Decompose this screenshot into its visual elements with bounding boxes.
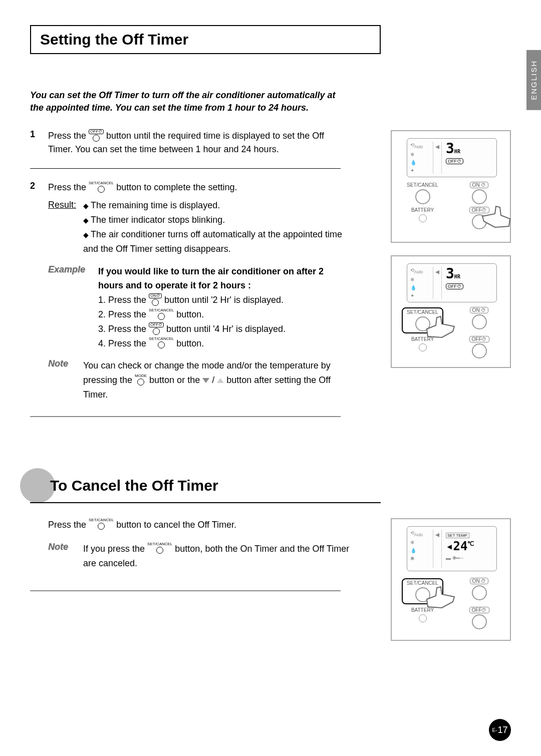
note-1: Note You can check or change the mode an… <box>48 358 351 402</box>
intro-text: You can set the Off Timer to turn off th… <box>30 89 341 114</box>
ex-l4btn: SET/CANCEL <box>149 337 174 341</box>
ex-l3b: button until '4 Hr' is displayed. <box>166 324 286 334</box>
on-timer-button-icon: ON⏱ <box>149 293 162 306</box>
remote-set-cancel-highlighted-2: SET/CANCEL <box>402 578 443 604</box>
lcd-set-temp-label: SET TEMP. <box>446 533 469 538</box>
ex-l1b: button until '2 Hr' is displayed. <box>164 295 284 305</box>
step-2-body: Press the SET/CANCEL button to complete … <box>48 181 351 256</box>
page-title: Setting the Off Timer <box>40 31 371 48</box>
example-bold: If you would like to turn the air condit… <box>98 266 324 291</box>
divider <box>30 168 341 169</box>
mode-button-icon: MODE <box>135 374 147 386</box>
off-timer-label: OFF⏱ <box>89 129 104 134</box>
step-1-body: Press the OFF⏱ button until the required… <box>48 129 351 156</box>
remote-lcd-2: ⟲Auto ❄💧✦ ◂ 3HR OFF⏱ <box>407 263 497 302</box>
set-cancel-button-icon-2: SET/CANCEL <box>149 308 174 320</box>
divider-thick <box>30 416 341 417</box>
note-2: Note If you press the SET/CANCEL button,… <box>48 542 351 571</box>
ex-l1a: 1. Press the <box>98 295 149 305</box>
remote-illustration-1: ⟲Auto ❄ 💧 ✦ ◂ 3HR OFF⏱ SET/CANCEL ON ⏱ B… <box>391 130 511 243</box>
step-2-text-a: Press the <box>48 182 89 192</box>
set-cancel-button-icon-4: SET/CANCEL <box>89 518 114 530</box>
step-2: 2 Press the SET/CANCEL button to complet… <box>30 181 351 256</box>
lcd-hours-2: 3 <box>446 265 454 282</box>
note-2-label: Note <box>48 542 78 571</box>
remote-on-button: ON ⏱ <box>458 182 500 204</box>
cancel-a: Press the <box>48 520 89 530</box>
ex-l4a: 4. Press the <box>98 338 149 348</box>
remote-off-button: OFF⏱ <box>458 207 500 229</box>
temp-down-icon <box>202 378 209 383</box>
divider-thick-2 <box>30 590 341 591</box>
lcd-fan-icons: ▬ ❃▪▪▫▫ <box>446 555 493 561</box>
result-label: Result: <box>48 198 76 256</box>
example-label: Example <box>48 264 93 351</box>
language-tab: ENGLISH <box>526 50 541 110</box>
cool-icon: ❄ <box>410 151 433 158</box>
title-box: Setting the Off Timer <box>30 25 381 54</box>
step-2-text-b: button to complete the setting. <box>116 182 237 192</box>
ex-l3btn: OFF⏱ <box>149 322 164 327</box>
mode-label: MODE <box>135 374 147 378</box>
remote-lcd: ⟲Auto ❄ 💧 ✦ ◂ 3HR OFF⏱ <box>407 138 497 177</box>
note2-a: If you press the <box>83 544 147 554</box>
cancel-btn-label: SET/CANCEL <box>89 518 114 522</box>
lcd-arrow-icon: ◂ <box>433 142 442 174</box>
cancel-instruction: Press the SET/CANCEL button to cancel th… <box>48 518 351 532</box>
cancel-b: button to cancel the Off Timer. <box>116 520 236 530</box>
lcd-hours: 3 <box>446 140 454 157</box>
note1-b: button or the <box>149 375 202 385</box>
remote-battery-label: BATTERY <box>402 207 443 229</box>
result-1: The remaining time is displayed. <box>91 200 220 210</box>
ex-l1btn: ON⏱ <box>149 293 162 298</box>
ex-l2btn: SET/CANCEL <box>149 308 174 312</box>
set-cancel-button-icon: SET/CANCEL <box>89 181 114 193</box>
remote-lcd-3: ⟲Auto ❄💧❃ ◂ SET TEMP. ◂24℃ ▬ ❃▪▪▫▫ <box>407 526 497 571</box>
ex-l4b: button. <box>176 338 204 348</box>
ex-l3a: 3. Press the <box>98 324 149 334</box>
remote-set-cancel-button: SET/CANCEL <box>402 182 443 204</box>
step-1-text-a: Press the <box>48 131 89 141</box>
set-cancel-button-icon-5: SET/CANCEL <box>147 542 172 554</box>
page-number: E-17 <box>489 719 511 741</box>
example-block: Example If you would like to turn the ai… <box>48 264 351 351</box>
result-list: ◆The remaining time is displayed. ◆The t… <box>83 198 351 256</box>
ex-l2a: 2. Press the <box>98 309 149 319</box>
remote-set-cancel-highlighted: SET/CANCEL <box>402 307 443 333</box>
off-timer-button-icon: OFF⏱ <box>89 129 104 142</box>
fan-icon: ✦ <box>410 167 433 174</box>
step-1-number: 1 <box>30 129 39 156</box>
section-2-title: To Cancel the Off Timer <box>30 477 381 503</box>
result-2: The timer indicator stops blinking. <box>91 215 225 225</box>
note-2-body: If you press the SET/CANCEL button, both… <box>83 542 351 571</box>
remote-illustration-2: ⟲Auto ❄💧✦ ◂ 3HR OFF⏱ SET/CANCEL ON ⏱ BAT… <box>391 255 511 368</box>
example-body: If you would like to turn the air condit… <box>98 264 351 351</box>
step-1: 1 Press the OFF⏱ button until the requir… <box>30 129 351 156</box>
step-2-number: 2 <box>30 181 39 256</box>
note-1-body: You can check or change the mode and/or … <box>83 358 351 402</box>
off-timer-button-icon-2: OFF⏱ <box>149 322 164 335</box>
set-cancel-button-icon-3: SET/CANCEL <box>149 337 174 348</box>
dry-icon: 💧 <box>410 159 433 166</box>
note2-btn: SET/CANCEL <box>147 542 172 546</box>
lcd-off-indicator: OFF⏱ <box>446 158 463 164</box>
result-3: The air conditioner turns off automatica… <box>83 229 342 254</box>
temp-up-icon <box>217 378 224 383</box>
note-1-label: Note <box>48 358 78 402</box>
lcd-temp-value: 24 <box>453 539 467 553</box>
set-cancel-label: SET/CANCEL <box>89 181 114 185</box>
ex-l2b: button. <box>176 309 204 319</box>
section-cancel: To Cancel the Off Timer Press the SET/CA… <box>30 477 351 592</box>
lcd-hr-unit: HR <box>454 149 460 154</box>
remote-illustration-3: ⟲Auto ❄💧❃ ◂ SET TEMP. ◂24℃ ▬ ❃▪▪▫▫ SET/C… <box>391 518 511 641</box>
auto-icon: ⟲Auto <box>410 142 433 150</box>
